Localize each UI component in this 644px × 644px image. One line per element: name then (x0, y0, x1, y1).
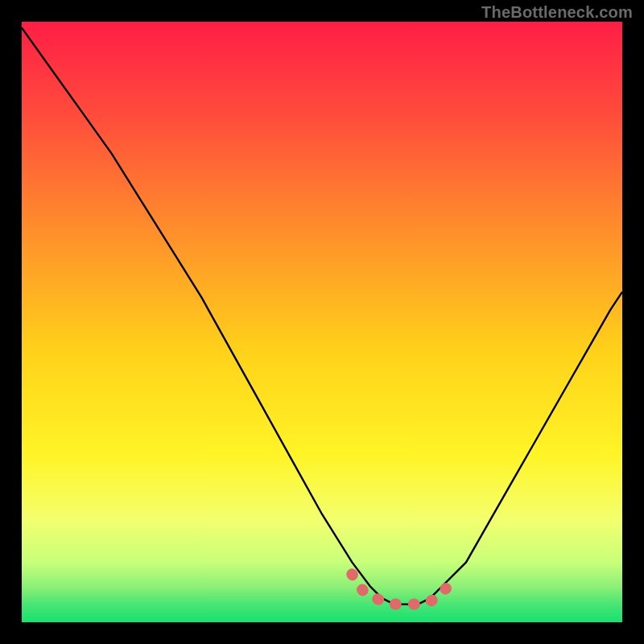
watermark-text: TheBottleneck.com (481, 3, 633, 22)
bottleneck-curve-line (22, 27, 622, 604)
marker-band-line (352, 574, 448, 604)
bottleneck-chart: TheBottleneck.com (0, 0, 644, 644)
chart-plot-svg (22, 22, 622, 622)
